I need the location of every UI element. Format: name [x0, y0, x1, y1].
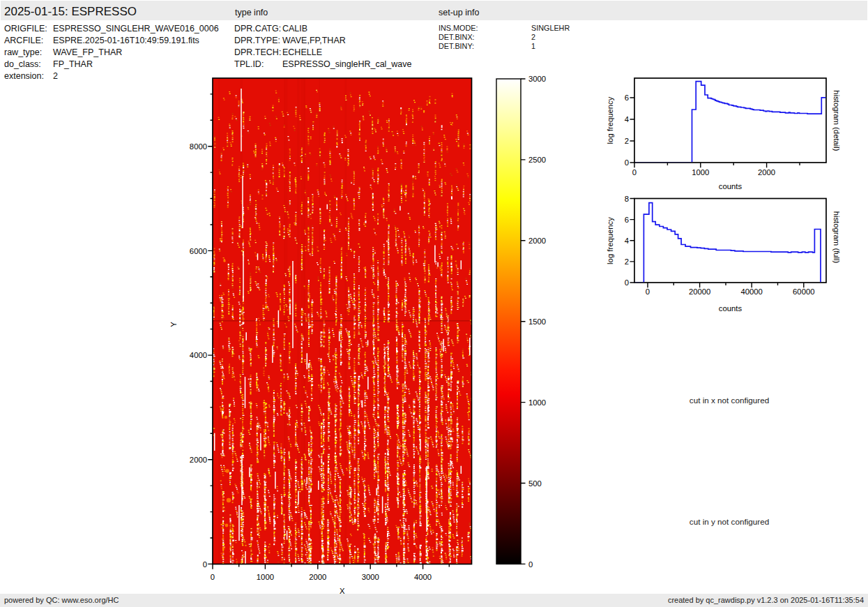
- svg-text:0: 0: [528, 560, 533, 569]
- svg-text:2000: 2000: [309, 573, 326, 581]
- svg-text:0: 0: [203, 560, 207, 569]
- svg-text:60000: 60000: [793, 287, 814, 296]
- svg-text:2: 2: [625, 137, 629, 145]
- svg-text:histogram (full): histogram (full): [832, 211, 841, 264]
- svg-text:4: 4: [625, 115, 629, 123]
- svg-text:2500: 2500: [528, 156, 546, 164]
- svg-text:0: 0: [632, 168, 637, 177]
- svg-text:1000: 1000: [692, 168, 709, 177]
- svg-text:1000: 1000: [528, 398, 546, 407]
- svg-text:500: 500: [528, 479, 542, 488]
- svg-text:0: 0: [625, 158, 629, 167]
- svg-text:4: 4: [625, 237, 629, 245]
- svg-text:4000: 4000: [190, 351, 207, 359]
- svg-text:1500: 1500: [528, 317, 546, 326]
- svg-text:8000: 8000: [190, 142, 207, 151]
- svg-text:log frequency: log frequency: [606, 217, 614, 264]
- svg-text:2000: 2000: [758, 168, 775, 177]
- svg-text:0: 0: [211, 573, 215, 581]
- svg-text:3000: 3000: [362, 573, 379, 581]
- svg-text:0: 0: [625, 278, 629, 287]
- svg-text:0: 0: [646, 287, 650, 296]
- svg-text:20000: 20000: [689, 287, 710, 296]
- svg-text:6: 6: [625, 93, 629, 102]
- svg-text:3000: 3000: [528, 75, 546, 83]
- svg-text:40000: 40000: [740, 287, 762, 296]
- svg-text:2000: 2000: [190, 456, 207, 464]
- svg-text:1000: 1000: [257, 573, 274, 581]
- svg-text:log frequency: log frequency: [606, 96, 614, 144]
- svg-text:2: 2: [625, 257, 629, 266]
- svg-text:6: 6: [625, 216, 629, 224]
- svg-text:2000: 2000: [528, 237, 546, 245]
- svg-text:histogram (detail): histogram (detail): [832, 90, 841, 151]
- svg-text:8: 8: [625, 195, 629, 203]
- svg-text:counts: counts: [719, 304, 743, 313]
- svg-text:4000: 4000: [414, 573, 432, 581]
- svg-text:6000: 6000: [190, 247, 207, 255]
- svg-text:Y: Y: [169, 322, 178, 327]
